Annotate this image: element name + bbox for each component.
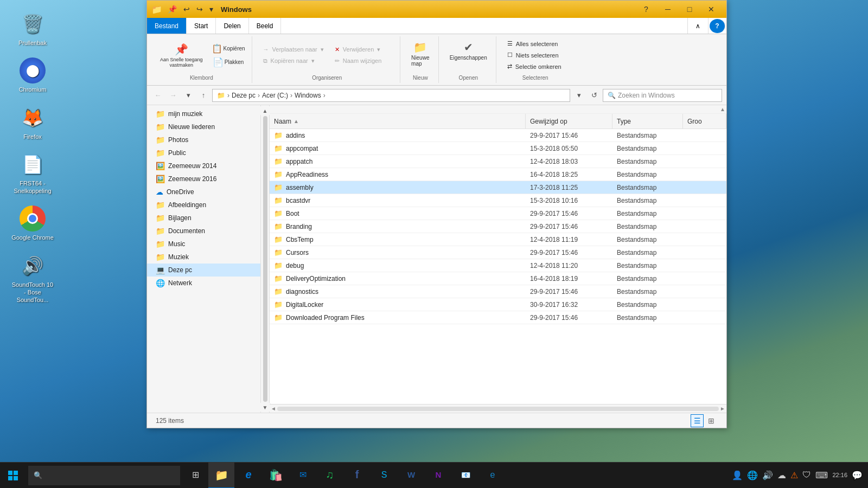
selectie-omkeren-button[interactable]: ⇄ Selectie omkeren <box>503 61 568 72</box>
table-row[interactable]: 📁 Downloaded Program Files 29-9-2017 15:… <box>270 311 726 324</box>
people-icon[interactable]: 👤 <box>732 470 743 480</box>
sidebar-item-bijlagen[interactable]: 📁 Bijlagen <box>147 211 260 224</box>
pin-button[interactable]: 📌 <box>165 4 179 15</box>
details-view-button[interactable]: ☰ <box>691 414 704 427</box>
taskbar-item-thunderbird[interactable]: 📧 <box>452 463 478 489</box>
sidebar-scroll-down[interactable]: ▼ <box>260 403 271 412</box>
table-row[interactable]: 📁 Boot 29-9-2017 15:46 Bestandsmap <box>270 207 726 220</box>
table-row[interactable]: 📁 CbsTemp 12-4-2018 11:19 Bestandsmap <box>270 233 726 246</box>
volume-icon[interactable]: 🔊 <box>762 470 773 480</box>
desktop-icon-chromium[interactable]: ⬤ Chromium <box>11 57 54 93</box>
desktop-icon-soundtouch[interactable]: 🔊 SoundTouch 10 - Bose SoundTou... <box>11 253 54 304</box>
sidebar-item-nieuwe-liederen[interactable]: 📁 Nieuwe liederen <box>147 120 260 133</box>
path-dropdown-button[interactable]: ▾ <box>572 89 585 102</box>
tab-beeld[interactable]: Beeld <box>249 18 282 34</box>
table-row[interactable]: 📁 appcompat 15-3-2018 05:50 Bestandsmap <box>270 142 726 155</box>
alles-selecteren-button[interactable]: ☰ Alles selecteren <box>503 38 568 49</box>
sidebar-item-afbeeldingen[interactable]: 📁 Afbeeldingen <box>147 198 260 211</box>
taskbar-item-ie[interactable]: e <box>480 463 506 489</box>
table-row[interactable]: 📁 debug 12-4-2018 11:20 Bestandsmap <box>270 259 726 272</box>
desktop-icon-firefox[interactable]: 🦊 Firefox <box>11 105 54 140</box>
column-type[interactable]: Type <box>612 114 683 129</box>
sidebar-item-zeemeeuw2014[interactable]: 🖼️ Zeemeeuw 2014 <box>147 159 260 172</box>
taskbar-item-store[interactable]: 🛍️ <box>263 463 289 489</box>
eigenschappen-button[interactable]: ✔ Eigenschappen <box>445 38 492 63</box>
nieuwe-map-button[interactable]: 📁 Nieuwemap <box>407 38 434 69</box>
table-row[interactable]: 📁 Cursors 29-9-2017 15:46 Bestandsmap <box>270 246 726 259</box>
shield-icon[interactable]: 🛡 <box>802 470 811 480</box>
naam-wijzigen-button[interactable]: ✏ Naam wijzigen <box>330 56 395 66</box>
pin-snelle-toegang-button[interactable]: 📌 Aan Snelle toegangvastmaken <box>156 41 207 70</box>
table-row[interactable]: 📁 Branding 29-9-2017 15:46 Bestandsmap <box>270 220 726 233</box>
tab-delen[interactable]: Delen <box>216 18 248 34</box>
table-row[interactable]: 📁 apppatch 12-4-2018 18:03 Bestandsmap <box>270 155 726 168</box>
table-row[interactable]: 📁 bcastdvr 15-3-2018 10:16 Bestandsmap <box>270 194 726 207</box>
desktop-icon-googlechrome[interactable]: Google Chrome <box>11 206 54 241</box>
verplaatsen-button[interactable]: → Verplaatsen naar ▾ <box>259 44 328 55</box>
desktop-icon-prullenbak[interactable]: 🗑️ Prullenbak <box>11 11 54 47</box>
maximize-button[interactable]: □ <box>679 1 700 18</box>
verwijderen-button[interactable]: ✕ Verwijderen ▾ <box>330 44 395 55</box>
sidebar-item-music[interactable]: 📁 Music <box>147 237 260 251</box>
sidebar-item-onedrive[interactable]: ☁ OneDrive <box>147 185 260 198</box>
address-path-bar[interactable]: 📁 › Deze pc › Acer (C:) › Windows › <box>212 89 570 102</box>
ribbon-help-button[interactable]: ? <box>710 19 725 33</box>
network-tray-icon[interactable]: 🌐 <box>747 470 758 480</box>
refresh-button[interactable]: ↺ <box>588 89 601 102</box>
sidebar-item-netwerk[interactable]: 🌐 Netwerk <box>147 277 260 290</box>
table-row[interactable]: 📁 AppReadiness 16-4-2018 18:25 Bestandsm… <box>270 168 726 181</box>
column-grootte[interactable]: Groo <box>683 114 726 129</box>
large-icon-view-button[interactable]: ⊞ <box>705 414 718 427</box>
taskbar-item-explorer[interactable]: 📁 <box>208 463 234 489</box>
onedrive-tray-icon[interactable]: ☁ <box>777 470 786 480</box>
sidebar-scroll-up[interactable]: ▲ <box>260 106 271 115</box>
taskbar-item-skype[interactable]: S <box>371 463 397 489</box>
plakken-button[interactable]: 📄 Plakken <box>209 56 247 68</box>
back-button[interactable]: ← <box>151 89 164 102</box>
sidebar-item-public[interactable]: 📁 Public <box>147 146 260 159</box>
taskbar-item-mail[interactable]: ✉ <box>290 463 316 489</box>
path-acer[interactable]: Acer (C:) <box>262 92 288 99</box>
taskbar-item-edge[interactable]: e <box>235 463 261 489</box>
sidebar-item-photos[interactable]: 📁 Photos <box>147 133 260 146</box>
table-row[interactable]: 📁 addins 29-9-2017 15:46 Bestandsmap <box>270 129 726 142</box>
up-button[interactable]: ↑ <box>197 89 210 102</box>
hscroll-left-button[interactable]: ◄ <box>271 406 276 412</box>
sidebar-item-zeemeeuw2016[interactable]: 🖼️ Zeemeeuw 2016 <box>147 172 260 185</box>
hscroll-right-button[interactable]: ► <box>720 406 725 412</box>
taskbar-item-facebook[interactable]: f <box>344 463 370 489</box>
path-deze-pc[interactable]: Deze pc <box>232 92 256 99</box>
sidebar-item-muziek[interactable]: 📁 Muziek <box>147 251 260 264</box>
sidebar-item-documenten[interactable]: 📁 Documenten <box>147 224 260 237</box>
search-box[interactable]: 🔍 Zoeken in Windows <box>603 89 722 102</box>
redo-button[interactable]: ↪ <box>194 4 205 15</box>
close-button[interactable]: ✕ <box>700 1 722 18</box>
forward-button[interactable]: → <box>167 89 180 102</box>
taskbar-item-spotify[interactable]: ♫ <box>317 463 343 489</box>
taskbar-action-center[interactable]: ⊞ <box>182 463 208 489</box>
help-button[interactable]: ? <box>635 1 657 18</box>
taskbar-search-box[interactable]: 🔍 <box>28 466 180 485</box>
column-naam[interactable]: Naam ▲ <box>270 114 526 129</box>
taskbar-item-word[interactable]: W <box>398 463 424 489</box>
table-row[interactable]: 📁 diagnostics 29-9-2017 15:46 Bestandsma… <box>270 285 726 298</box>
column-gewijzigd[interactable]: Gewijzigd op <box>526 114 612 129</box>
keyboard-icon[interactable]: ⌨ <box>815 470 828 480</box>
niets-selecteren-button[interactable]: ☐ Niets selecteren <box>503 50 568 60</box>
notification-button[interactable]: 💬 <box>852 470 863 480</box>
table-row[interactable]: 📁 assembly 17-3-2018 11:25 Bestandsmap <box>270 181 726 194</box>
kopieren-button[interactable]: 📋 Kopiëren <box>209 42 247 55</box>
table-row[interactable]: 📁 DeliveryOptimization 16-4-2018 18:19 B… <box>270 272 726 285</box>
undo-button[interactable]: ↩ <box>181 4 192 15</box>
path-windows[interactable]: Windows <box>295 92 321 99</box>
table-row[interactable]: 📁 DigitalLocker 30-9-2017 16:32 Bestands… <box>270 298 726 311</box>
dropdown-nav-button[interactable]: ▾ <box>182 89 195 102</box>
ribbon-collapse-button[interactable]: ∧ <box>687 18 709 34</box>
kopieren-naar-button[interactable]: ⧉ Kopiëren naar ▾ <box>259 56 328 66</box>
antivirus-icon[interactable]: ⚠ <box>790 470 798 480</box>
sidebar-item-mijn-muziek[interactable]: 📁 mijn muziek <box>147 107 260 120</box>
tab-start[interactable]: Start <box>187 18 216 34</box>
taskbar-item-onenote[interactable]: N <box>425 463 451 489</box>
sidebar-item-deze-pc[interactable]: 💻 Deze pc <box>147 264 260 277</box>
start-button[interactable] <box>0 463 26 489</box>
